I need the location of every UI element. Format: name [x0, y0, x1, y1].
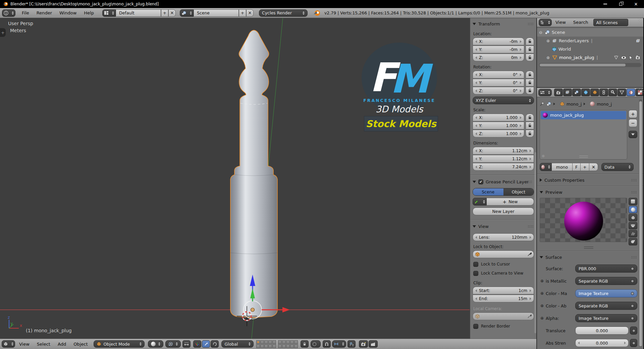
new-material-button[interactable]: +	[581, 163, 589, 171]
material-specials-button[interactable]	[629, 131, 637, 138]
scene-name-field[interactable]: Scene	[194, 9, 239, 17]
scene-icon[interactable]	[546, 102, 551, 106]
material-link-dropdown[interactable]: Data	[601, 163, 634, 171]
toolshelf-expand-button[interactable]: +	[0, 28, 6, 37]
layer-selector[interactable]	[256, 340, 298, 348]
preview-resize-grip[interactable]	[584, 246, 593, 249]
draw-mode-dropdown[interactable]	[473, 198, 487, 206]
editor-type-selector[interactable]	[538, 89, 552, 96]
mesh-data-icon[interactable]	[614, 55, 619, 60]
lock-camera-checkbox[interactable]	[473, 271, 478, 276]
new-layer-button[interactable]: New Layer	[473, 208, 534, 215]
translate-manipulator-button[interactable]	[202, 340, 210, 348]
color-ma-input-button[interactable]: Image Texture	[575, 289, 637, 297]
properties-scrollbar[interactable]	[639, 99, 642, 347]
translucency-slider[interactable]: 0.000	[575, 327, 629, 335]
outliner-horizontal-scrollbar[interactable]	[539, 63, 641, 67]
panel-custom-properties[interactable]: Custom Properties	[540, 177, 637, 183]
remove-material-slot-button[interactable]: −	[629, 119, 637, 127]
tab-object-data[interactable]	[618, 89, 626, 96]
preview-sphere-button[interactable]	[629, 206, 637, 213]
panel-grease-pencil[interactable]: ✔ Grease Pencil Layer	[473, 179, 534, 185]
menu-add[interactable]: Add	[54, 339, 69, 349]
node-socket-icon[interactable]	[631, 267, 634, 270]
npanel-scrollbar[interactable]	[534, 152, 536, 333]
tab-world[interactable]	[581, 89, 590, 96]
scale-y-field[interactable]: Y:1.000	[473, 122, 524, 129]
menu-file[interactable]: File	[18, 8, 33, 18]
minimize-button[interactable]	[602, 1, 608, 7]
scene-lock-toggle[interactable]	[301, 340, 309, 348]
panel-transform[interactable]: Transform	[473, 21, 534, 27]
close-button[interactable]: ✕	[633, 1, 639, 7]
viewport-shading-dropdown[interactable]	[148, 340, 163, 348]
node-socket-icon[interactable]	[631, 304, 634, 307]
outliner-menu-search[interactable]: Search	[570, 18, 592, 27]
preview-hair-button[interactable]	[629, 230, 637, 237]
render-engine-dropdown[interactable]: Cycles Render	[259, 9, 308, 17]
rotation-y-field[interactable]: Y:0°	[473, 79, 524, 86]
rotation-z-field[interactable]: Z:0°	[473, 87, 524, 95]
expand-icon[interactable]: ⊕	[540, 316, 544, 321]
menu-window[interactable]: Window	[56, 8, 80, 18]
tab-scene[interactable]	[572, 89, 581, 96]
breadcrumb-material[interactable]: mono_j	[597, 102, 612, 107]
scale-x-field[interactable]: X:1.000	[473, 114, 524, 121]
menu-view[interactable]: View	[16, 339, 33, 349]
expand-icon[interactable]: ⊕	[540, 303, 544, 308]
location-z-field[interactable]: Z:0m	[473, 54, 524, 61]
lens-field[interactable]: Lens:120mm	[473, 233, 534, 241]
dimension-y-field[interactable]: Y:1.12cm	[473, 155, 534, 163]
eyedropper-icon[interactable]	[527, 252, 532, 256]
lock-scale-y-button[interactable]	[526, 122, 534, 129]
clip-end-field[interactable]: End:15m	[473, 295, 534, 302]
rotation-mode-dropdown[interactable]: XYZ Euler	[473, 97, 534, 104]
grease-pencil-checkbox[interactable]: ✔	[478, 179, 483, 184]
editor-type-selector[interactable]	[2, 340, 15, 348]
opengl-render-animation-button[interactable]	[369, 340, 378, 348]
collapse-icon[interactable]: ⊖	[538, 30, 543, 35]
preview-world-button[interactable]	[629, 238, 637, 245]
location-y-field[interactable]: Y:-0m	[473, 46, 524, 53]
panel-preview[interactable]: Preview	[540, 189, 637, 195]
panel-grip-icon[interactable]	[631, 191, 637, 194]
preview-flat-button[interactable]	[629, 198, 637, 205]
preview-monkey-button[interactable]	[629, 222, 637, 229]
outliner-item-mono-jack-plug[interactable]: ⊕ mono_jack_plug |	[537, 53, 643, 62]
panel-grip-icon[interactable]	[528, 225, 534, 228]
add-layout-button[interactable]: +	[161, 9, 168, 17]
unlink-material-button[interactable]: ✕	[589, 163, 598, 171]
menu-object[interactable]: Object	[70, 339, 91, 349]
material-slot-item[interactable]: mono_jack_plug	[541, 111, 626, 119]
manipulate-center-points-toggle[interactable]	[182, 340, 191, 348]
list-resize-grip[interactable]	[579, 156, 588, 158]
grease-pencil-new-button[interactable]: + New	[487, 198, 534, 206]
scale-z-field[interactable]: Z:1.000	[473, 130, 524, 137]
pin-icon[interactable]	[540, 102, 544, 106]
tab-scene[interactable]: Scene	[473, 188, 503, 195]
slot-add-icon[interactable]: ⊕	[542, 154, 545, 158]
delete-layout-button[interactable]: ✕	[168, 9, 176, 17]
node-socket-icon[interactable]	[631, 280, 634, 283]
panel-surface[interactable]: Surface	[540, 254, 637, 260]
lock-rotation-y-button[interactable]	[526, 79, 534, 86]
panel-grip-icon[interactable]	[528, 22, 534, 25]
surface-shader-button[interactable]: PBR.000	[575, 265, 637, 273]
viewport-3d[interactable]: z y x User Persp Meters + F M FRANCESCO …	[0, 18, 470, 339]
outliner-item-world[interactable]: World	[537, 45, 643, 53]
local-camera-field[interactable]	[473, 312, 534, 320]
alpha-input-button[interactable]: Image Texture	[575, 314, 637, 322]
visibility-eye-icon[interactable]	[621, 56, 627, 60]
breadcrumb-object[interactable]: mono_j	[567, 102, 582, 107]
expand-icon[interactable]: ⊕	[540, 291, 544, 296]
lock-location-x-button[interactable]	[526, 38, 534, 45]
add-material-slot-button[interactable]: +	[629, 110, 637, 118]
lock-location-y-button[interactable]	[526, 46, 534, 53]
dimension-x-field[interactable]: X:1.12cm	[473, 147, 534, 155]
expand-icon[interactable]: ⊕	[546, 55, 550, 60]
lock-location-z-button[interactable]	[526, 54, 534, 61]
preview-cube-button[interactable]	[629, 214, 637, 221]
node-socket-button[interactable]	[630, 339, 637, 347]
panel-grip-icon[interactable]	[631, 256, 637, 259]
lock-scale-z-button[interactable]	[526, 130, 534, 137]
